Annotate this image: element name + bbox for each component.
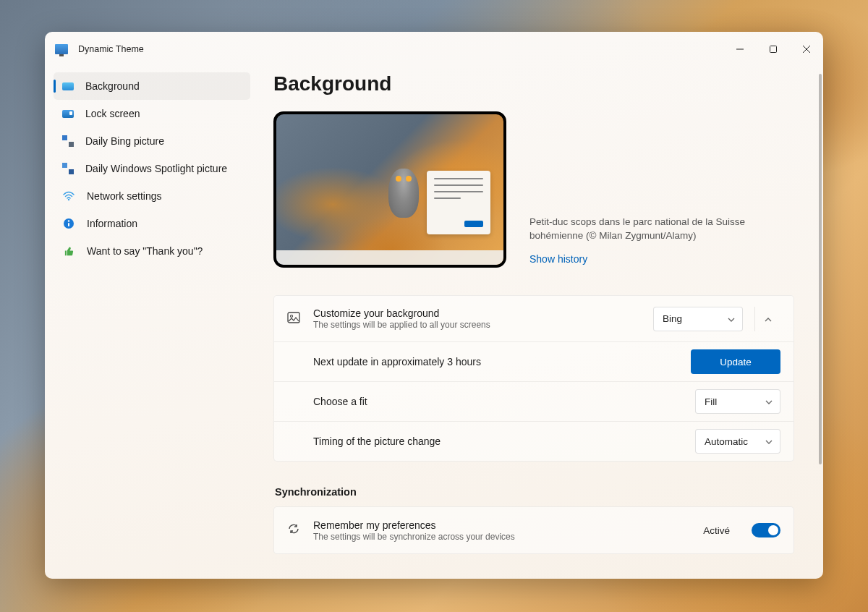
- customize-subtitle: The settings will be applied to all your…: [313, 320, 642, 330]
- picture-icon: [287, 311, 302, 327]
- sidebar: Background Lock screen Daily Bing pictur…: [45, 67, 259, 579]
- sidebar-item-label: Want to say "Thank you"?: [87, 245, 203, 257]
- expander-toggle[interactable]: [754, 307, 780, 331]
- timing-value: Automatic: [705, 436, 748, 447]
- app-window: Dynamic Theme Background Lock screen: [45, 32, 823, 579]
- maximize-button[interactable]: [757, 38, 790, 61]
- preview-row: Petit-duc scops dans le parc national de…: [273, 111, 794, 268]
- monitor-icon: [62, 82, 74, 90]
- sidebar-item-lockscreen[interactable]: Lock screen: [54, 100, 250, 127]
- titlebar: Dynamic Theme: [45, 32, 823, 67]
- scrollbar-thumb[interactable]: [819, 74, 822, 464]
- svg-point-9: [291, 315, 293, 317]
- spotlight-icon: [62, 163, 74, 174]
- fit-dropdown[interactable]: Fill: [695, 389, 780, 414]
- sync-heading: Synchronization: [275, 486, 794, 498]
- sidebar-item-label: Information: [87, 218, 137, 229]
- update-button[interactable]: Update: [691, 349, 780, 374]
- source-dropdown[interactable]: Bing: [653, 307, 743, 331]
- next-update-row: Next update in approximately 3 hours Upd…: [274, 342, 793, 382]
- sidebar-item-spotlight[interactable]: Daily Windows Spotlight picture: [54, 155, 250, 182]
- thumbs-up-icon: [62, 245, 75, 258]
- sidebar-item-label: Daily Windows Spotlight picture: [85, 163, 227, 174]
- app-icon: [55, 44, 68, 54]
- sidebar-item-label: Daily Bing picture: [85, 135, 164, 147]
- fit-value: Fill: [705, 396, 717, 407]
- sync-toggle[interactable]: [752, 523, 780, 537]
- preview-info: Petit-duc scops dans le parc national de…: [529, 216, 794, 268]
- background-preview[interactable]: [273, 111, 506, 268]
- svg-point-6: [68, 220, 69, 221]
- timing-dropdown[interactable]: Automatic: [695, 429, 780, 454]
- svg-rect-1: [770, 46, 777, 53]
- chevron-down-icon: [765, 437, 773, 446]
- toggle-state-label: Activé: [703, 525, 730, 536]
- sidebar-item-information[interactable]: Information: [54, 210, 250, 237]
- sidebar-item-label: Background: [85, 80, 140, 92]
- app-title: Dynamic Theme: [78, 44, 144, 54]
- sidebar-item-label: Network settings: [87, 190, 161, 202]
- customize-title: Customize your background: [313, 307, 642, 319]
- customize-header-row: Customize your background The settings w…: [274, 296, 793, 342]
- sidebar-item-network[interactable]: Network settings: [54, 182, 250, 210]
- content-area: Background Petit-duc scops dans le parc …: [259, 67, 823, 579]
- sidebar-item-background[interactable]: Background: [54, 72, 250, 100]
- timing-row: Timing of the picture change Automatic: [274, 422, 793, 461]
- info-icon: [62, 217, 75, 230]
- chevron-down-icon: [765, 397, 773, 406]
- wifi-icon: [62, 190, 75, 203]
- sync-title: Remember my preferences: [313, 519, 692, 531]
- sidebar-item-bing[interactable]: Daily Bing picture: [54, 127, 250, 155]
- sync-card: Remember my preferences The settings wil…: [273, 506, 794, 554]
- minimize-button[interactable]: [723, 38, 757, 61]
- chevron-up-icon: [765, 315, 772, 323]
- svg-rect-7: [68, 223, 69, 226]
- bing-icon: [62, 135, 74, 147]
- sidebar-item-thanks[interactable]: Want to say "Thank you"?: [54, 237, 250, 265]
- show-history-link[interactable]: Show history: [529, 253, 794, 265]
- sync-icon: [287, 522, 302, 538]
- image-caption: Petit-duc scops dans le parc national de…: [529, 216, 794, 243]
- sidebar-item-label: Lock screen: [85, 108, 140, 119]
- svg-point-4: [68, 199, 69, 200]
- window-controls: [723, 38, 823, 61]
- sync-subtitle: The settings will be synchronize across …: [313, 532, 692, 542]
- next-update-text: Next update in approximately 3 hours: [313, 356, 679, 367]
- lockscreen-icon: [62, 110, 74, 118]
- customize-card: Customize your background The settings w…: [273, 295, 794, 462]
- fit-row: Choose a fit Fill: [274, 382, 793, 422]
- page-title: Background: [273, 72, 794, 95]
- timing-label: Timing of the picture change: [313, 435, 684, 447]
- scrollbar[interactable]: [819, 74, 822, 571]
- fit-label: Choose a fit: [313, 396, 684, 407]
- source-value: Bing: [663, 313, 682, 324]
- sync-row: Remember my preferences The settings wil…: [274, 507, 793, 553]
- close-button[interactable]: [790, 38, 823, 61]
- chevron-down-icon: [728, 315, 735, 323]
- svg-rect-8: [288, 313, 299, 323]
